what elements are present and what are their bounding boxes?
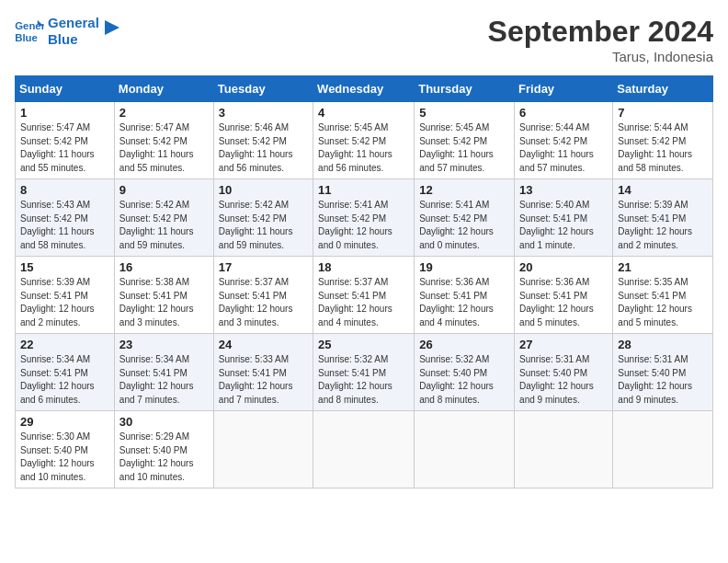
day-number: 12 <box>419 183 509 197</box>
calendar-cell: 8Sunrise: 5:43 AM Sunset: 5:42 PM Daylig… <box>16 179 115 257</box>
day-info: Sunrise: 5:29 AM Sunset: 5:40 PM Dayligh… <box>119 431 209 484</box>
day-info: Sunrise: 5:39 AM Sunset: 5:41 PM Dayligh… <box>20 276 109 329</box>
calendar-cell <box>313 411 415 488</box>
logo-blue: Blue <box>48 31 99 48</box>
calendar-table: SundayMondayTuesdayWednesdayThursdayFrid… <box>15 75 713 488</box>
day-number: 2 <box>119 106 209 120</box>
day-info: Sunrise: 5:43 AM Sunset: 5:42 PM Dayligh… <box>20 199 109 252</box>
calendar-cell <box>213 411 313 488</box>
weekday-header-saturday: Saturday <box>613 76 713 102</box>
calendar-cell: 7Sunrise: 5:44 AM Sunset: 5:42 PM Daylig… <box>613 102 713 179</box>
day-number: 20 <box>519 260 608 274</box>
day-number: 19 <box>419 260 509 274</box>
weekday-header-sunday: Sunday <box>16 76 115 102</box>
svg-text:General: General <box>15 20 44 31</box>
day-number: 9 <box>119 183 209 197</box>
day-number: 4 <box>318 106 409 120</box>
calendar-cell: 9Sunrise: 5:42 AM Sunset: 5:42 PM Daylig… <box>114 179 213 257</box>
logo: General Blue General Blue <box>15 15 119 48</box>
calendar-cell: 2Sunrise: 5:47 AM Sunset: 5:42 PM Daylig… <box>114 102 213 179</box>
svg-marker-3 <box>105 20 119 35</box>
logo-icon: General Blue <box>15 18 44 44</box>
day-number: 13 <box>519 183 608 197</box>
calendar-cell: 16Sunrise: 5:38 AM Sunset: 5:41 PM Dayli… <box>114 257 213 334</box>
calendar-cell: 25Sunrise: 5:32 AM Sunset: 5:41 PM Dayli… <box>313 334 415 411</box>
weekday-header-thursday: Thursday <box>415 76 515 102</box>
day-info: Sunrise: 5:41 AM Sunset: 5:42 PM Dayligh… <box>318 199 409 252</box>
calendar-cell: 23Sunrise: 5:34 AM Sunset: 5:41 PM Dayli… <box>114 334 213 411</box>
calendar-cell: 21Sunrise: 5:35 AM Sunset: 5:41 PM Dayli… <box>613 257 713 334</box>
day-number: 3 <box>219 106 308 120</box>
weekday-header-row: SundayMondayTuesdayWednesdayThursdayFrid… <box>16 76 713 102</box>
calendar-cell <box>415 411 515 488</box>
day-info: Sunrise: 5:47 AM Sunset: 5:42 PM Dayligh… <box>20 121 109 175</box>
day-info: Sunrise: 5:42 AM Sunset: 5:42 PM Dayligh… <box>119 199 209 252</box>
calendar-week-3: 15Sunrise: 5:39 AM Sunset: 5:41 PM Dayli… <box>16 257 713 334</box>
weekday-header-tuesday: Tuesday <box>213 76 313 102</box>
day-number: 8 <box>20 183 109 197</box>
calendar-cell: 4Sunrise: 5:45 AM Sunset: 5:42 PM Daylig… <box>313 102 415 179</box>
calendar-cell: 12Sunrise: 5:41 AM Sunset: 5:42 PM Dayli… <box>415 179 515 257</box>
day-info: Sunrise: 5:45 AM Sunset: 5:42 PM Dayligh… <box>419 121 509 175</box>
calendar-cell: 1Sunrise: 5:47 AM Sunset: 5:42 PM Daylig… <box>16 102 115 179</box>
day-number: 25 <box>318 338 409 351</box>
day-info: Sunrise: 5:36 AM Sunset: 5:41 PM Dayligh… <box>519 276 608 329</box>
calendar-cell: 29Sunrise: 5:30 AM Sunset: 5:40 PM Dayli… <box>16 411 115 488</box>
calendar-cell: 28Sunrise: 5:31 AM Sunset: 5:40 PM Dayli… <box>613 334 713 411</box>
day-number: 30 <box>119 415 209 429</box>
day-number: 7 <box>618 106 708 120</box>
day-number: 28 <box>618 338 708 351</box>
logo-flag-icon <box>103 20 119 42</box>
day-info: Sunrise: 5:47 AM Sunset: 5:42 PM Dayligh… <box>119 121 209 175</box>
calendar-cell: 13Sunrise: 5:40 AM Sunset: 5:41 PM Dayli… <box>515 179 613 257</box>
day-number: 22 <box>20 338 109 351</box>
day-info: Sunrise: 5:31 AM Sunset: 5:40 PM Dayligh… <box>618 353 708 407</box>
day-info: Sunrise: 5:44 AM Sunset: 5:42 PM Dayligh… <box>618 121 708 175</box>
day-info: Sunrise: 5:34 AM Sunset: 5:41 PM Dayligh… <box>119 353 209 407</box>
month-title: September 2024 <box>488 15 713 49</box>
day-number: 5 <box>419 106 509 120</box>
day-number: 24 <box>219 338 308 351</box>
calendar-cell: 15Sunrise: 5:39 AM Sunset: 5:41 PM Dayli… <box>16 257 115 334</box>
calendar-cell: 20Sunrise: 5:36 AM Sunset: 5:41 PM Dayli… <box>515 257 613 334</box>
day-number: 17 <box>219 260 308 274</box>
day-number: 23 <box>119 338 209 351</box>
day-number: 15 <box>20 260 109 274</box>
day-info: Sunrise: 5:37 AM Sunset: 5:41 PM Dayligh… <box>219 276 308 329</box>
calendar-cell: 26Sunrise: 5:32 AM Sunset: 5:40 PM Dayli… <box>415 334 515 411</box>
day-info: Sunrise: 5:45 AM Sunset: 5:42 PM Dayligh… <box>318 121 409 175</box>
calendar-week-4: 22Sunrise: 5:34 AM Sunset: 5:41 PM Dayli… <box>16 334 713 411</box>
day-info: Sunrise: 5:31 AM Sunset: 5:40 PM Dayligh… <box>519 353 608 407</box>
calendar-week-1: 1Sunrise: 5:47 AM Sunset: 5:42 PM Daylig… <box>16 102 713 179</box>
day-info: Sunrise: 5:42 AM Sunset: 5:42 PM Dayligh… <box>219 199 308 252</box>
calendar-cell: 30Sunrise: 5:29 AM Sunset: 5:40 PM Dayli… <box>114 411 213 488</box>
calendar-body: 1Sunrise: 5:47 AM Sunset: 5:42 PM Daylig… <box>16 102 713 488</box>
calendar-cell: 19Sunrise: 5:36 AM Sunset: 5:41 PM Dayli… <box>415 257 515 334</box>
day-info: Sunrise: 5:32 AM Sunset: 5:40 PM Dayligh… <box>419 353 509 407</box>
day-number: 26 <box>419 338 509 351</box>
calendar-cell: 24Sunrise: 5:33 AM Sunset: 5:41 PM Dayli… <box>213 334 313 411</box>
calendar-cell: 10Sunrise: 5:42 AM Sunset: 5:42 PM Dayli… <box>213 179 313 257</box>
day-info: Sunrise: 5:34 AM Sunset: 5:41 PM Dayligh… <box>20 353 109 407</box>
day-number: 27 <box>519 338 608 351</box>
day-number: 21 <box>618 260 708 274</box>
day-number: 14 <box>618 183 708 197</box>
calendar-cell <box>515 411 613 488</box>
day-info: Sunrise: 5:35 AM Sunset: 5:41 PM Dayligh… <box>618 276 708 329</box>
day-info: Sunrise: 5:44 AM Sunset: 5:42 PM Dayligh… <box>519 121 608 175</box>
calendar-cell: 17Sunrise: 5:37 AM Sunset: 5:41 PM Dayli… <box>213 257 313 334</box>
calendar-cell: 14Sunrise: 5:39 AM Sunset: 5:41 PM Dayli… <box>613 179 713 257</box>
day-info: Sunrise: 5:30 AM Sunset: 5:40 PM Dayligh… <box>20 431 109 484</box>
day-info: Sunrise: 5:40 AM Sunset: 5:41 PM Dayligh… <box>519 199 608 252</box>
day-number: 11 <box>318 183 409 197</box>
calendar-week-5: 29Sunrise: 5:30 AM Sunset: 5:40 PM Dayli… <box>16 411 713 488</box>
weekday-header-wednesday: Wednesday <box>313 76 415 102</box>
calendar-cell: 11Sunrise: 5:41 AM Sunset: 5:42 PM Dayli… <box>313 179 415 257</box>
day-number: 6 <box>519 106 608 120</box>
logo-general: General <box>48 15 99 31</box>
day-info: Sunrise: 5:38 AM Sunset: 5:41 PM Dayligh… <box>119 276 209 329</box>
calendar-cell: 27Sunrise: 5:31 AM Sunset: 5:40 PM Dayli… <box>515 334 613 411</box>
title-block: September 2024 Tarus, Indonesia <box>488 15 713 64</box>
day-info: Sunrise: 5:39 AM Sunset: 5:41 PM Dayligh… <box>618 199 708 252</box>
day-number: 16 <box>119 260 209 274</box>
